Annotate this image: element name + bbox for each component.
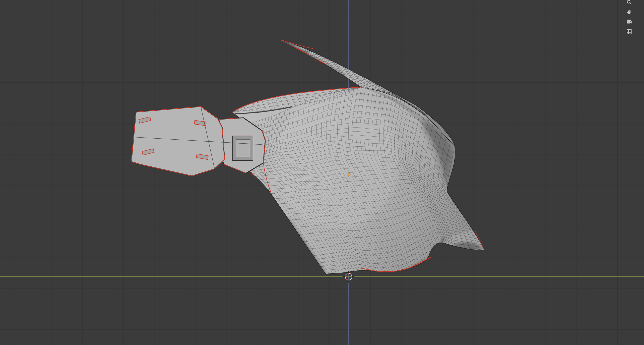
hand-icon xyxy=(626,9,632,15)
grid-toggle-button[interactable] xyxy=(624,27,634,36)
grid-icon xyxy=(626,28,632,35)
camera-view-button[interactable] xyxy=(624,18,634,26)
scene-svg xyxy=(0,0,644,345)
connector-recess-inner xyxy=(236,140,250,157)
object-origin-dot xyxy=(348,174,350,176)
viewport-3d[interactable] xyxy=(0,0,644,345)
camera-icon xyxy=(626,19,632,25)
mesh-object[interactable] xyxy=(233,40,484,274)
magnifier-icon xyxy=(626,0,632,6)
pan-button[interactable] xyxy=(624,8,634,16)
nav-toolbar xyxy=(624,0,634,36)
zoom-button[interactable] xyxy=(624,0,634,7)
